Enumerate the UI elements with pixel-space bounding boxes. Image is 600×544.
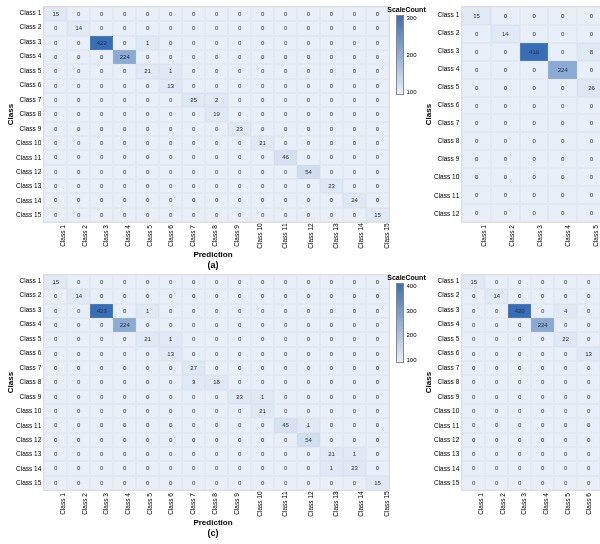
heatmap-cell: 15 (44, 275, 67, 289)
row-label: Class 1 (434, 12, 459, 19)
col-label: Class 12 (289, 223, 313, 248)
col-label: Class 8 (194, 225, 218, 247)
heatmap-cell: 0 (136, 375, 159, 389)
panel-sublabel: (a) (207, 260, 218, 270)
heatmap-cell: 0 (554, 418, 577, 432)
col-label: Class 1 (460, 493, 484, 515)
heatmap-cell: 0 (531, 461, 554, 475)
row-label: Class 15 (16, 212, 41, 219)
heatmap-cell: 0 (274, 179, 297, 193)
heatmap-cell: 0 (251, 107, 274, 121)
heatmap-cell: 0 (577, 332, 600, 346)
heatmap-cell: 0 (182, 36, 205, 50)
heatmap-cell: 0 (462, 461, 485, 475)
heatmap-cell: 3 (182, 375, 205, 389)
col-label: Class 1 (42, 225, 66, 247)
heatmap-cell: 0 (577, 304, 600, 318)
col-labels: Class 1Class 2Class 3Class 4Class 5Class… (43, 492, 390, 516)
heatmap-cell: 0 (366, 93, 389, 107)
heatmap-cell: 0 (577, 168, 600, 186)
heatmap-cell: 23 (228, 122, 251, 136)
heatmap-cell: 0 (508, 433, 531, 447)
heatmap-cell: 0 (491, 97, 520, 115)
heatmap-cell: 0 (343, 318, 366, 332)
heatmap-cell: 45 (274, 418, 297, 432)
row-label: Class 13 (434, 451, 459, 458)
heatmap-cell: 0 (274, 361, 297, 375)
col-label: Class 6 (568, 493, 592, 515)
heatmap-cell: 0 (182, 179, 205, 193)
heatmap-cell: 0 (462, 43, 491, 61)
heatmap-cell: 0 (297, 404, 320, 418)
heatmap-cell: 0 (274, 79, 297, 93)
heatmap-cell: 0 (251, 122, 274, 136)
heatmap-cell: 0 (182, 447, 205, 461)
heatmap-cell: 224 (113, 50, 136, 64)
heatmap-cell: 0 (90, 93, 113, 107)
col-label: Class 3 (85, 493, 109, 515)
heatmap-cell: 0 (520, 132, 549, 150)
heatmap-cell: 0 (508, 390, 531, 404)
heatmap-cell: 0 (205, 447, 228, 461)
heatmap-cell: 0 (136, 347, 159, 361)
legend-tick: 400 (406, 283, 416, 289)
panel-c: ClassClass 1Class 2Class 3Class 4Class 5… (6, 274, 420, 538)
heatmap-cell: 0 (44, 476, 67, 490)
heatmap-cell: 0 (159, 461, 182, 475)
heatmap-cell: 0 (577, 61, 600, 79)
heatmap-cell: 0 (182, 318, 205, 332)
heatmap-cell: 0 (159, 50, 182, 64)
heatmap-cell: 423 (90, 304, 113, 318)
heatmap-cell: 0 (297, 461, 320, 475)
heatmap-cell: 0 (366, 79, 389, 93)
col-label: Class 10 (239, 491, 263, 516)
col-label: Class 11 (264, 223, 288, 248)
heatmap-cell: 0 (67, 375, 90, 389)
heatmap-cell: 0 (366, 7, 389, 21)
heatmap-cell: 0 (205, 21, 228, 35)
heatmap-cell: 0 (491, 61, 520, 79)
heatmap-cell: 0 (113, 136, 136, 150)
row-label: Class 12 (16, 169, 41, 176)
heatmap-cell: 15 (44, 7, 67, 21)
heatmap-cell: 14 (485, 289, 508, 303)
heatmap-cell: 0 (44, 193, 67, 207)
heatmap-cell: 0 (343, 7, 366, 21)
heatmap-cell: 0 (251, 461, 274, 475)
heatmap-cell: 0 (548, 186, 577, 204)
heatmap-cell: 0 (159, 304, 182, 318)
heatmap-cell: 0 (113, 447, 136, 461)
heatmap-cell: 21 (320, 447, 343, 461)
heatmap-cell: 0 (343, 21, 366, 35)
heatmap-cell: 0 (159, 179, 182, 193)
heatmap-cell: 0 (491, 132, 520, 150)
heatmap-cell: 0 (90, 107, 113, 121)
row-labels: Class 1Class 2Class 3Class 4Class 5Class… (16, 274, 43, 491)
row-label: Class 15 (434, 480, 459, 487)
heatmap-cell: 0 (297, 208, 320, 222)
heatmap-cell: 0 (343, 50, 366, 64)
heatmap-cell: 1 (343, 447, 366, 461)
heatmap-cell: 0 (531, 418, 554, 432)
heatmap-cell: 0 (366, 289, 389, 303)
heatmap-cell: 0 (274, 107, 297, 121)
heatmap-cell: 0 (44, 179, 67, 193)
heatmap-cell: 0 (531, 433, 554, 447)
heatmap-cell: 0 (182, 136, 205, 150)
heatmap-cell: 0 (205, 289, 228, 303)
legend-ticks: 300200100 (404, 15, 416, 95)
heatmap-cell: 0 (205, 179, 228, 193)
color-legend: ScaleCount300200100 (390, 6, 420, 223)
y-axis-label: Class (7, 372, 16, 393)
heatmap-cell: 0 (90, 289, 113, 303)
heatmap-cell: 0 (113, 375, 136, 389)
heatmap-cell: 0 (343, 79, 366, 93)
heatmap-cell: 0 (251, 375, 274, 389)
heatmap-cell: 0 (554, 289, 577, 303)
heatmap-cell: 0 (67, 418, 90, 432)
heatmap-cell: 0 (554, 461, 577, 475)
heatmap-cell: 420 (508, 304, 531, 318)
heatmap-cell: 0 (228, 165, 251, 179)
heatmap-cell: 0 (508, 404, 531, 418)
heatmap-cell: 0 (508, 375, 531, 389)
